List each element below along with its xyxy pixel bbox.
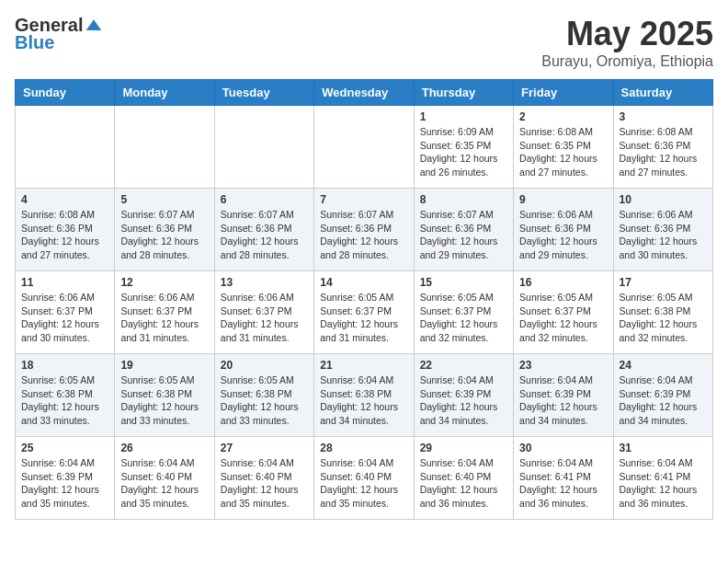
day-number: 18 [21,359,108,372]
page-header: General Blue May 2025 Burayu, Oromiya, E… [15,15,713,70]
day-info: Sunrise: 6:05 AM Sunset: 6:38 PM Dayligh… [620,291,707,345]
calendar-cell [314,106,414,189]
month-title: May 2025 [541,15,713,53]
calendar-cell: 9Sunrise: 6:06 AM Sunset: 6:36 PM Daylig… [514,189,613,271]
calendar-cell: 2Sunrise: 6:08 AM Sunset: 6:35 PM Daylig… [514,106,613,189]
calendar-day-header: Saturday [613,80,712,106]
day-number: 22 [420,359,507,372]
calendar-cell: 8Sunrise: 6:07 AM Sunset: 6:36 PM Daylig… [414,189,513,271]
calendar-cell: 18Sunrise: 6:05 AM Sunset: 6:38 PM Dayli… [16,354,115,437]
svg-marker-0 [86,19,102,30]
day-number: 27 [221,442,308,454]
day-info: Sunrise: 6:04 AM Sunset: 6:39 PM Dayligh… [519,373,607,428]
calendar-cell: 30Sunrise: 6:04 AM Sunset: 6:41 PM Dayli… [514,437,613,520]
day-info: Sunrise: 6:04 AM Sunset: 6:39 PM Dayligh… [620,373,707,428]
day-info: Sunrise: 6:04 AM Sunset: 6:38 PM Dayligh… [320,373,407,428]
calendar-cell: 24Sunrise: 6:04 AM Sunset: 6:39 PM Dayli… [613,354,712,437]
day-info: Sunrise: 6:05 AM Sunset: 6:38 PM Dayligh… [21,373,108,428]
day-number: 6 [221,193,308,206]
day-number: 14 [320,276,407,289]
calendar-cell: 22Sunrise: 6:04 AM Sunset: 6:39 PM Dayli… [414,354,513,437]
calendar-day-header: Tuesday [214,80,313,106]
title-block: May 2025 Burayu, Oromiya, Ethiopia [541,15,713,70]
day-number: 2 [519,110,607,123]
calendar-week-row: 4Sunrise: 6:08 AM Sunset: 6:36 PM Daylig… [16,189,713,271]
day-info: Sunrise: 6:04 AM Sunset: 6:40 PM Dayligh… [120,456,208,511]
day-info: Sunrise: 6:05 AM Sunset: 6:37 PM Dayligh… [420,291,507,345]
day-info: Sunrise: 6:04 AM Sunset: 6:40 PM Dayligh… [320,456,407,511]
day-info: Sunrise: 6:06 AM Sunset: 6:36 PM Dayligh… [620,208,707,262]
day-info: Sunrise: 6:06 AM Sunset: 6:36 PM Dayligh… [519,208,607,262]
calendar-cell [214,106,313,189]
day-info: Sunrise: 6:04 AM Sunset: 6:39 PM Dayligh… [21,456,108,511]
day-number: 1 [420,110,507,123]
calendar-cell: 15Sunrise: 6:05 AM Sunset: 6:37 PM Dayli… [414,271,513,354]
day-number: 7 [320,193,407,206]
calendar-day-header: Friday [514,80,613,106]
day-number: 20 [221,359,308,372]
calendar-cell: 17Sunrise: 6:05 AM Sunset: 6:38 PM Dayli… [613,271,712,354]
day-info: Sunrise: 6:05 AM Sunset: 6:37 PM Dayligh… [320,291,407,345]
calendar-cell: 23Sunrise: 6:04 AM Sunset: 6:39 PM Dayli… [514,354,613,437]
calendar-cell [16,106,115,189]
day-info: Sunrise: 6:08 AM Sunset: 6:35 PM Dayligh… [519,125,607,179]
day-number: 10 [620,193,707,206]
day-info: Sunrise: 6:06 AM Sunset: 6:37 PM Dayligh… [21,291,108,345]
calendar-cell: 13Sunrise: 6:06 AM Sunset: 6:37 PM Dayli… [214,271,313,354]
calendar-cell: 6Sunrise: 6:07 AM Sunset: 6:36 PM Daylig… [214,189,313,271]
day-info: Sunrise: 6:05 AM Sunset: 6:38 PM Dayligh… [120,373,208,428]
calendar-cell: 25Sunrise: 6:04 AM Sunset: 6:39 PM Dayli… [16,437,115,520]
day-info: Sunrise: 6:05 AM Sunset: 6:37 PM Dayligh… [519,291,607,345]
day-info: Sunrise: 6:09 AM Sunset: 6:35 PM Dayligh… [420,125,507,179]
calendar-day-header: Thursday [414,80,513,106]
day-number: 4 [21,193,108,206]
calendar-cell: 28Sunrise: 6:04 AM Sunset: 6:40 PM Dayli… [314,437,414,520]
calendar-cell: 3Sunrise: 6:08 AM Sunset: 6:36 PM Daylig… [613,106,712,189]
day-info: Sunrise: 6:04 AM Sunset: 6:41 PM Dayligh… [519,456,607,511]
day-number: 5 [120,193,208,206]
calendar-cell: 21Sunrise: 6:04 AM Sunset: 6:38 PM Dayli… [314,354,414,437]
calendar-day-header: Sunday [16,80,115,106]
day-info: Sunrise: 6:05 AM Sunset: 6:38 PM Dayligh… [221,373,308,428]
day-info: Sunrise: 6:07 AM Sunset: 6:36 PM Dayligh… [420,208,507,262]
day-number: 31 [620,442,707,454]
calendar-day-header: Wednesday [314,80,414,106]
calendar-cell: 1Sunrise: 6:09 AM Sunset: 6:35 PM Daylig… [414,106,513,189]
day-info: Sunrise: 6:07 AM Sunset: 6:36 PM Dayligh… [120,208,208,262]
calendar-cell: 12Sunrise: 6:06 AM Sunset: 6:37 PM Dayli… [115,271,214,354]
day-number: 8 [420,193,507,206]
day-number: 9 [519,193,607,206]
calendar-week-row: 18Sunrise: 6:05 AM Sunset: 6:38 PM Dayli… [16,354,713,437]
location: Burayu, Oromiya, Ethiopia [541,53,713,70]
calendar-cell: 19Sunrise: 6:05 AM Sunset: 6:38 PM Dayli… [115,354,214,437]
calendar-table: SundayMondayTuesdayWednesdayThursdayFrid… [15,79,713,520]
day-info: Sunrise: 6:04 AM Sunset: 6:40 PM Dayligh… [221,456,308,511]
calendar-header-row: SundayMondayTuesdayWednesdayThursdayFrid… [16,80,713,106]
calendar-cell: 5Sunrise: 6:07 AM Sunset: 6:36 PM Daylig… [115,189,214,271]
calendar-week-row: 11Sunrise: 6:06 AM Sunset: 6:37 PM Dayli… [16,271,713,354]
day-number: 16 [519,276,607,289]
calendar-cell: 4Sunrise: 6:08 AM Sunset: 6:36 PM Daylig… [16,189,115,271]
calendar-cell: 14Sunrise: 6:05 AM Sunset: 6:37 PM Dayli… [314,271,414,354]
calendar-cell: 27Sunrise: 6:04 AM Sunset: 6:40 PM Dayli… [214,437,313,520]
calendar-cell: 31Sunrise: 6:04 AM Sunset: 6:41 PM Dayli… [613,437,712,520]
day-number: 24 [620,359,707,372]
calendar-cell: 16Sunrise: 6:05 AM Sunset: 6:37 PM Dayli… [514,271,613,354]
calendar-cell: 29Sunrise: 6:04 AM Sunset: 6:40 PM Dayli… [414,437,513,520]
day-info: Sunrise: 6:07 AM Sunset: 6:36 PM Dayligh… [221,208,308,262]
day-number: 11 [21,276,108,289]
day-number: 23 [519,359,607,372]
calendar-day-header: Monday [115,80,214,106]
day-number: 19 [120,359,208,372]
logo-blue-text: Blue [15,32,54,53]
day-number: 15 [420,276,507,289]
calendar-cell: 20Sunrise: 6:05 AM Sunset: 6:38 PM Dayli… [214,354,313,437]
day-number: 30 [519,442,607,454]
calendar-cell: 26Sunrise: 6:04 AM Sunset: 6:40 PM Dayli… [115,437,214,520]
calendar-week-row: 25Sunrise: 6:04 AM Sunset: 6:39 PM Dayli… [16,437,713,520]
day-number: 17 [620,276,707,289]
day-number: 26 [120,442,208,454]
day-number: 28 [320,442,407,454]
day-number: 3 [620,110,707,123]
day-number: 12 [120,276,208,289]
